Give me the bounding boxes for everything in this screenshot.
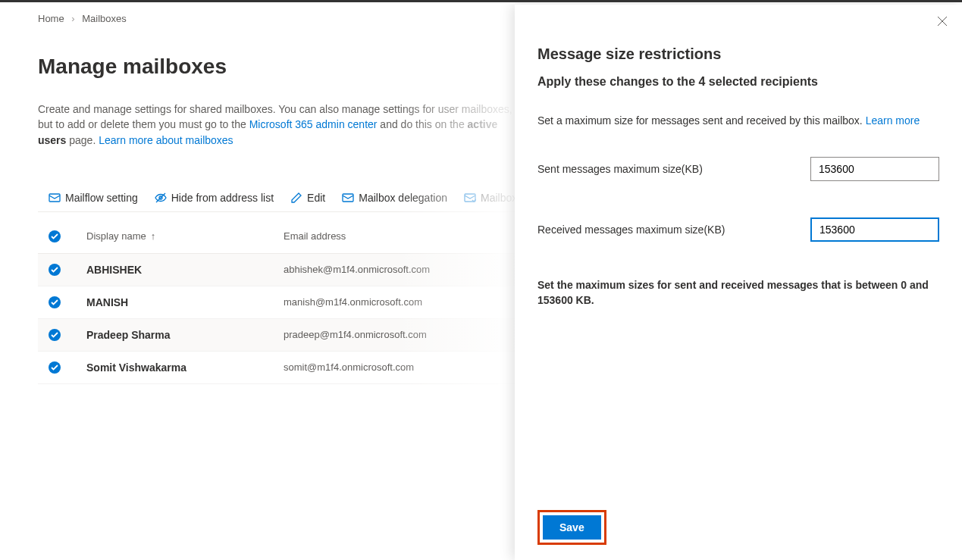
svg-rect-3 [343,194,353,202]
mailflow-label: Mailflow setting [65,192,138,204]
check-circle-icon [49,264,61,276]
row-checkbox[interactable] [49,264,86,276]
hide-icon [155,192,167,204]
breadcrumb-current: Mailboxes [82,13,127,24]
row-name: Pradeep Sharma [86,329,284,341]
check-circle-icon [49,230,61,242]
received-max-input[interactable] [810,217,939,242]
row-checkbox[interactable] [49,329,86,341]
learn-more-link[interactable]: Learn more [866,114,920,127]
admin-center-link[interactable]: Microsoft 365 admin center [249,118,378,130]
row-name: Somit Vishwakarma [86,361,284,374]
message-size-panel: Message size restrictions Apply these ch… [515,5,962,560]
sent-max-input[interactable] [810,157,939,181]
learn-more-mailboxes-link[interactable]: Learn more about mailboxes [99,134,233,146]
breadcrumb-home[interactable]: Home [38,13,64,24]
hide-from-list-button[interactable]: Hide from address list [155,192,274,204]
mailbox-delegation-button[interactable]: Mailbox delegation [342,192,447,204]
panel-title: Message size restrictions [537,45,939,63]
panel-description: Set a maximum size for messages sent and… [537,114,939,127]
panel-subtitle: Apply these changes to the 4 selected re… [537,75,939,89]
row-checkbox[interactable] [49,296,86,308]
sent-max-label: Sent messages maximum size(KB) [537,163,703,175]
page-description: Create and manage settings for shared ma… [38,102,523,148]
edit-icon [290,192,302,204]
panel-note: Set the maximum sizes for sent and recei… [537,278,939,308]
delegation-label: Mailbox delegation [359,192,447,204]
row-name: ABHISHEK [86,264,284,276]
edit-label: Edit [307,192,325,204]
svg-rect-4 [465,194,475,202]
sort-ascending-icon: ↑ [151,230,156,242]
delegation-icon [342,192,354,204]
check-circle-icon [49,296,61,308]
chevron-right-icon: › [71,13,74,24]
received-max-label: Received messages maximum size(KB) [537,224,725,236]
column-display-name[interactable]: Display name↑ [86,230,284,242]
close-button[interactable] [936,15,948,30]
save-button[interactable]: Save [543,515,601,540]
mail-settings-icon [49,192,61,204]
row-checkbox[interactable] [49,361,86,374]
mailflow-setting-button[interactable]: Mailflow setting [49,192,138,204]
save-highlight: Save [537,510,606,545]
check-circle-icon [49,361,61,374]
check-circle-icon [49,329,61,341]
policies-icon [464,192,476,204]
svg-rect-0 [49,194,60,202]
row-name: MANISH [86,296,284,308]
select-all-checkbox[interactable] [49,230,86,242]
edit-button[interactable]: Edit [290,192,325,204]
hide-label: Hide from address list [171,192,274,204]
